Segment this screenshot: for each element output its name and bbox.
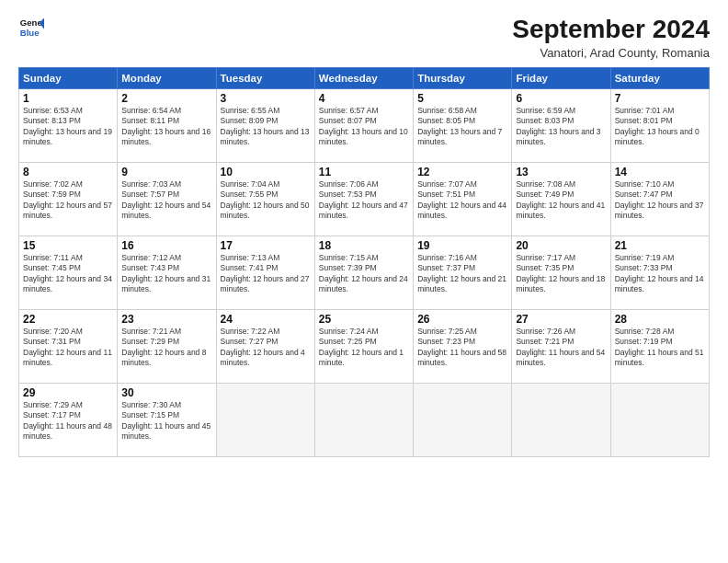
day-number: 9 [121, 166, 211, 178]
day-number: 15 [23, 239, 113, 252]
day-number: 20 [516, 239, 606, 252]
day-info: Sunrise: 6:53 AM Sunset: 8:13 PM Dayligh… [23, 106, 113, 148]
weekday-header-sunday: Sunday [19, 68, 118, 89]
day-number: 29 [23, 386, 113, 399]
day-info: Sunrise: 7:29 AM Sunset: 7:17 PM Dayligh… [23, 400, 113, 442]
calendar-cell: 6 Sunrise: 6:59 AM Sunset: 8:03 PM Dayli… [512, 89, 610, 163]
month-title: September 2024 [512, 15, 710, 44]
day-info: Sunrise: 7:10 AM Sunset: 7:47 PM Dayligh… [615, 179, 705, 222]
day-info: Sunrise: 6:57 AM Sunset: 8:07 PM Dayligh… [319, 106, 409, 148]
day-info: Sunrise: 7:04 AM Sunset: 7:55 PM Dayligh… [221, 179, 311, 222]
day-number: 28 [615, 313, 705, 326]
calendar-cell [512, 384, 610, 457]
day-info: Sunrise: 7:08 AM Sunset: 7:49 PM Dayligh… [516, 179, 606, 222]
calendar-cell: 15 Sunrise: 7:11 AM Sunset: 7:45 PM Dayl… [19, 236, 118, 310]
calendar-week-3: 15 Sunrise: 7:11 AM Sunset: 7:45 PM Dayl… [19, 236, 710, 310]
calendar-cell [414, 384, 512, 457]
calendar-cell: 14 Sunrise: 7:10 AM Sunset: 7:47 PM Dayl… [610, 163, 709, 236]
day-info: Sunrise: 7:17 AM Sunset: 7:35 PM Dayligh… [516, 253, 606, 295]
day-info: Sunrise: 6:59 AM Sunset: 8:03 PM Dayligh… [516, 106, 606, 148]
calendar-cell: 2 Sunrise: 6:54 AM Sunset: 8:11 PM Dayli… [118, 89, 216, 163]
calendar-cell: 16 Sunrise: 7:12 AM Sunset: 7:43 PM Dayl… [118, 236, 216, 310]
calendar-cell: 25 Sunrise: 7:24 AM Sunset: 7:25 PM Dayl… [314, 310, 413, 384]
day-info: Sunrise: 7:19 AM Sunset: 7:33 PM Dayligh… [615, 253, 705, 295]
day-number: 19 [417, 239, 507, 252]
day-info: Sunrise: 6:54 AM Sunset: 8:11 PM Dayligh… [121, 106, 211, 148]
calendar-cell: 30 Sunrise: 7:30 AM Sunset: 7:15 PM Dayl… [118, 384, 216, 457]
day-info: Sunrise: 7:30 AM Sunset: 7:15 PM Dayligh… [121, 400, 211, 442]
calendar-cell: 24 Sunrise: 7:22 AM Sunset: 7:27 PM Dayl… [216, 310, 314, 384]
day-info: Sunrise: 6:58 AM Sunset: 8:05 PM Dayligh… [417, 106, 507, 148]
day-number: 12 [417, 166, 507, 178]
day-info: Sunrise: 7:28 AM Sunset: 7:19 PM Dayligh… [615, 327, 705, 369]
calendar-cell: 20 Sunrise: 7:17 AM Sunset: 7:35 PM Dayl… [512, 236, 610, 310]
calendar-cell: 18 Sunrise: 7:15 AM Sunset: 7:39 PM Dayl… [314, 236, 413, 310]
svg-text:Blue: Blue [20, 28, 40, 38]
calendar-cell: 22 Sunrise: 7:20 AM Sunset: 7:31 PM Dayl… [19, 310, 118, 384]
logo: General Blue [18, 15, 44, 40]
calendar-cell: 21 Sunrise: 7:19 AM Sunset: 7:33 PM Dayl… [610, 236, 709, 310]
day-info: Sunrise: 7:03 AM Sunset: 7:57 PM Dayligh… [121, 179, 211, 222]
day-number: 1 [23, 92, 113, 105]
weekday-header-friday: Friday [512, 68, 610, 89]
day-info: Sunrise: 7:11 AM Sunset: 7:45 PM Dayligh… [23, 253, 113, 295]
calendar-cell [216, 384, 314, 457]
calendar-cell: 1 Sunrise: 6:53 AM Sunset: 8:13 PM Dayli… [19, 89, 118, 163]
weekday-header-saturday: Saturday [610, 68, 709, 89]
page-header: General Blue September 2024 Vanatori, Ar… [18, 15, 710, 60]
weekday-header-monday: Monday [118, 68, 216, 89]
location-title: Vanatori, Arad County, Romania [512, 46, 710, 60]
calendar-cell: 13 Sunrise: 7:08 AM Sunset: 7:49 PM Dayl… [512, 163, 610, 236]
calendar-cell: 5 Sunrise: 6:58 AM Sunset: 8:05 PM Dayli… [414, 89, 512, 163]
day-number: 21 [615, 239, 705, 252]
calendar-table: SundayMondayTuesdayWednesdayThursdayFrid… [18, 67, 710, 457]
day-number: 27 [516, 313, 606, 326]
day-info: Sunrise: 7:26 AM Sunset: 7:21 PM Dayligh… [516, 327, 606, 369]
day-info: Sunrise: 7:24 AM Sunset: 7:25 PM Dayligh… [319, 327, 409, 369]
day-info: Sunrise: 6:55 AM Sunset: 8:09 PM Dayligh… [221, 106, 311, 148]
calendar-cell: 10 Sunrise: 7:04 AM Sunset: 7:55 PM Dayl… [216, 163, 314, 236]
calendar-cell: 27 Sunrise: 7:26 AM Sunset: 7:21 PM Dayl… [512, 310, 610, 384]
logo-icon: General Blue [18, 15, 44, 40]
day-number: 7 [615, 92, 705, 105]
day-number: 11 [319, 166, 409, 178]
day-number: 3 [221, 92, 311, 105]
calendar-cell [314, 384, 413, 457]
calendar-cell: 3 Sunrise: 6:55 AM Sunset: 8:09 PM Dayli… [216, 89, 314, 163]
day-number: 14 [615, 166, 705, 178]
title-block: September 2024 Vanatori, Arad County, Ro… [512, 15, 710, 60]
calendar-cell: 26 Sunrise: 7:25 AM Sunset: 7:23 PM Dayl… [414, 310, 512, 384]
calendar-cell: 19 Sunrise: 7:16 AM Sunset: 7:37 PM Dayl… [414, 236, 512, 310]
calendar-cell: 28 Sunrise: 7:28 AM Sunset: 7:19 PM Dayl… [610, 310, 709, 384]
weekday-header-tuesday: Tuesday [216, 68, 314, 89]
calendar-cell: 17 Sunrise: 7:13 AM Sunset: 7:41 PM Dayl… [216, 236, 314, 310]
calendar-cell: 9 Sunrise: 7:03 AM Sunset: 7:57 PM Dayli… [118, 163, 216, 236]
calendar-cell: 23 Sunrise: 7:21 AM Sunset: 7:29 PM Dayl… [118, 310, 216, 384]
day-info: Sunrise: 7:06 AM Sunset: 7:53 PM Dayligh… [319, 179, 409, 222]
calendar-cell: 12 Sunrise: 7:07 AM Sunset: 7:51 PM Dayl… [414, 163, 512, 236]
day-number: 26 [417, 313, 507, 326]
day-number: 17 [221, 239, 311, 252]
calendar-week-2: 8 Sunrise: 7:02 AM Sunset: 7:59 PM Dayli… [19, 163, 710, 236]
day-info: Sunrise: 7:02 AM Sunset: 7:59 PM Dayligh… [23, 179, 113, 222]
day-number: 13 [516, 166, 606, 178]
day-info: Sunrise: 7:07 AM Sunset: 7:51 PM Dayligh… [417, 179, 507, 222]
day-number: 5 [417, 92, 507, 105]
calendar-week-1: 1 Sunrise: 6:53 AM Sunset: 8:13 PM Dayli… [19, 89, 710, 163]
day-info: Sunrise: 7:15 AM Sunset: 7:39 PM Dayligh… [319, 253, 409, 295]
day-number: 6 [516, 92, 606, 105]
day-number: 8 [23, 166, 113, 178]
day-number: 18 [319, 239, 409, 252]
day-number: 25 [319, 313, 409, 326]
calendar-cell: 8 Sunrise: 7:02 AM Sunset: 7:59 PM Dayli… [19, 163, 118, 236]
day-number: 30 [121, 386, 211, 399]
day-info: Sunrise: 7:12 AM Sunset: 7:43 PM Dayligh… [121, 253, 211, 295]
day-info: Sunrise: 7:25 AM Sunset: 7:23 PM Dayligh… [417, 327, 507, 369]
calendar-cell: 11 Sunrise: 7:06 AM Sunset: 7:53 PM Dayl… [314, 163, 413, 236]
day-number: 2 [121, 92, 211, 105]
day-number: 10 [221, 166, 311, 178]
calendar-cell [610, 384, 709, 457]
calendar-week-4: 22 Sunrise: 7:20 AM Sunset: 7:31 PM Dayl… [19, 310, 710, 384]
day-info: Sunrise: 7:01 AM Sunset: 8:01 PM Dayligh… [615, 106, 705, 148]
calendar-cell: 4 Sunrise: 6:57 AM Sunset: 8:07 PM Dayli… [314, 89, 413, 163]
